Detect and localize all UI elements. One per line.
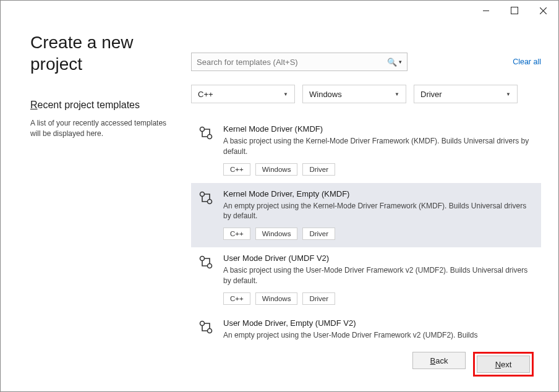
template-item[interactable]: User Mode Driver, Empty (UMDF V2) An emp… — [191, 312, 541, 343]
template-description: A basic project using the Kernel-Mode Dr… — [223, 136, 535, 157]
search-input[interactable] — [197, 58, 383, 67]
template-description: An empty project using the Kernel-Mode D… — [223, 201, 535, 222]
chevron-down-icon: ▼ — [283, 92, 288, 97]
template-item[interactable]: User Mode Driver (UMDF V2) A basic proje… — [191, 247, 541, 312]
close-button[interactable] — [529, 1, 557, 20]
template-title: Kernel Mode Driver (KMDF) — [223, 124, 535, 134]
template-title: User Mode Driver, Empty (UMDF V2) — [223, 318, 535, 328]
recent-templates-heading: Recent project templates — [30, 100, 179, 111]
chevron-down-icon: ▼ — [395, 92, 399, 97]
template-icon — [196, 254, 216, 305]
template-tag: C++ — [223, 163, 250, 176]
project-type-filter-label: Driver — [420, 90, 442, 99]
svg-point-6 — [200, 321, 205, 325]
template-tag: Windows — [255, 163, 298, 176]
clear-all-link[interactable]: Clear all — [513, 58, 541, 66]
platform-filter-label: Windows — [309, 90, 342, 99]
page-title: Create a new project — [30, 32, 179, 75]
template-tags: C++WindowsDriver — [223, 163, 535, 176]
search-input-container: 🔍 ▾ — [191, 53, 408, 71]
svg-point-3 — [208, 199, 212, 203]
template-item[interactable]: Kernel Mode Driver (KMDF) A basic projec… — [191, 118, 541, 183]
template-description: An empty project using the User-Mode Dri… — [223, 330, 535, 341]
search-dropdown-icon[interactable]: ▾ — [399, 59, 402, 65]
back-button[interactable]: Back — [412, 352, 466, 369]
search-icon[interactable]: 🔍 — [387, 58, 397, 67]
template-title: Kernel Mode Driver, Empty (KMDF) — [223, 189, 535, 198]
template-item[interactable]: Kernel Mode Driver, Empty (KMDF) An empt… — [191, 183, 541, 248]
template-tags: C++WindowsDriver — [223, 228, 535, 240]
svg-point-4 — [200, 257, 205, 261]
template-tag: Driver — [302, 292, 335, 305]
template-description: A basic project using the User-Mode Driv… — [223, 265, 535, 286]
platform-filter[interactable]: Windows ▼ — [302, 85, 406, 103]
template-icon — [196, 124, 216, 176]
template-title: User Mode Driver (UMDF V2) — [223, 254, 535, 263]
language-filter-label: C++ — [198, 90, 213, 99]
maximize-button[interactable] — [500, 1, 529, 20]
template-icon — [196, 318, 216, 343]
minimize-button[interactable] — [472, 1, 500, 20]
project-type-filter[interactable]: Driver ▼ — [414, 85, 518, 103]
dialog-footer: Back Next — [1, 352, 558, 377]
template-icon — [196, 189, 216, 241]
template-tag: Windows — [255, 292, 298, 305]
template-tag: Driver — [302, 163, 335, 176]
template-tag: Windows — [255, 228, 298, 240]
window-titlebar — [1, 1, 558, 20]
chevron-down-icon: ▼ — [506, 92, 511, 97]
template-tags: C++WindowsDriver — [223, 292, 535, 305]
template-tag: C++ — [223, 228, 250, 240]
svg-point-5 — [208, 264, 212, 268]
svg-point-1 — [208, 135, 212, 139]
template-list: Kernel Mode Driver (KMDF) A basic projec… — [191, 118, 541, 343]
recent-templates-description: A list of your recently accessed templat… — [30, 118, 179, 139]
svg-point-7 — [208, 328, 212, 333]
svg-point-0 — [200, 127, 205, 132]
svg-point-2 — [200, 192, 205, 196]
template-tag: C++ — [223, 292, 250, 305]
template-tag: Driver — [302, 228, 335, 240]
next-button[interactable]: Next — [477, 356, 530, 373]
language-filter[interactable]: C++ ▼ — [191, 85, 295, 103]
